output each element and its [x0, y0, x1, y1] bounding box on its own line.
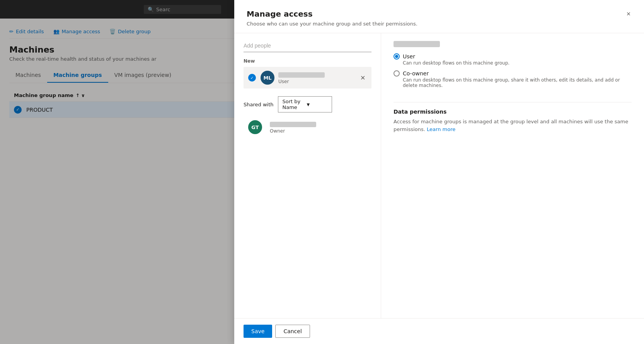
shared-user-name-blurred: [270, 122, 316, 127]
avatar-gt: GT: [248, 120, 262, 134]
new-user-role: User: [278, 79, 359, 84]
sort-dropdown[interactable]: Sort by Name ▼: [278, 96, 332, 112]
user-radio-label: User: [403, 53, 415, 60]
modal-header: Manage access Choose who can use your ma…: [234, 0, 644, 33]
chevron-down-icon: ▼: [307, 102, 328, 107]
add-people-input[interactable]: [244, 41, 371, 52]
cancel-button[interactable]: Cancel: [275, 325, 310, 338]
data-permissions-text: Access for machine groups is managed at …: [394, 118, 632, 133]
shared-with-label: Shared with: [244, 102, 273, 107]
user-radio-button[interactable]: [394, 53, 400, 60]
shared-user-role: Owner: [270, 128, 367, 134]
divider: [394, 102, 632, 102]
modal-footer: Save Cancel: [234, 318, 644, 344]
left-panel: New ML User ✕ Shared with: [234, 33, 381, 318]
new-user-item[interactable]: ML User ✕: [244, 67, 371, 89]
modal-subtitle: Choose who can use your machine group an…: [247, 21, 632, 27]
coowner-radio-button[interactable]: [394, 70, 400, 77]
modal-overlay: Manage access Choose who can use your ma…: [0, 0, 644, 344]
user-radio-desc: Can run desktop flows on this machine gr…: [403, 60, 632, 66]
new-user-name-blurred: [278, 72, 325, 78]
new-label: New: [244, 58, 371, 64]
permission-options: User Can run desktop flows on this machi…: [394, 53, 632, 88]
save-button[interactable]: Save: [244, 325, 272, 338]
learn-more-link[interactable]: Learn more: [427, 126, 455, 132]
avatar-ml: ML: [261, 71, 274, 85]
right-panel: User Can run desktop flows on this machi…: [381, 33, 644, 318]
shared-users-list: GT Owner: [244, 117, 371, 137]
remove-user-button[interactable]: ✕: [359, 73, 367, 83]
coowner-radio-desc: Can run desktop flows on this machine gr…: [403, 77, 632, 88]
coowner-radio-label: Co-owner: [403, 70, 429, 77]
coowner-permission-option: Co-owner Can run desktop flows on this m…: [394, 70, 632, 88]
list-item[interactable]: GT Owner: [244, 117, 371, 137]
close-button[interactable]: ×: [622, 8, 635, 20]
coowner-radio-row[interactable]: Co-owner: [394, 70, 632, 77]
data-permissions-title: Data permissions: [394, 109, 632, 115]
permission-title-blurred: [394, 41, 440, 47]
data-permissions-section: Data permissions Access for machine grou…: [394, 109, 632, 133]
user-selected-checkbox: [248, 74, 256, 82]
modal-body: New ML User ✕ Shared with: [234, 33, 644, 318]
shared-with-row: Shared with Sort by Name ▼: [244, 96, 371, 112]
user-radio-row[interactable]: User: [394, 53, 632, 60]
modal-title: Manage access: [247, 9, 632, 19]
shared-user-info: Owner: [270, 121, 367, 134]
manage-access-modal: Manage access Choose who can use your ma…: [234, 0, 644, 344]
user-permission-option: User Can run desktop flows on this machi…: [394, 53, 632, 66]
sort-dropdown-label: Sort by Name: [282, 99, 303, 110]
new-user-info: User: [278, 71, 359, 84]
